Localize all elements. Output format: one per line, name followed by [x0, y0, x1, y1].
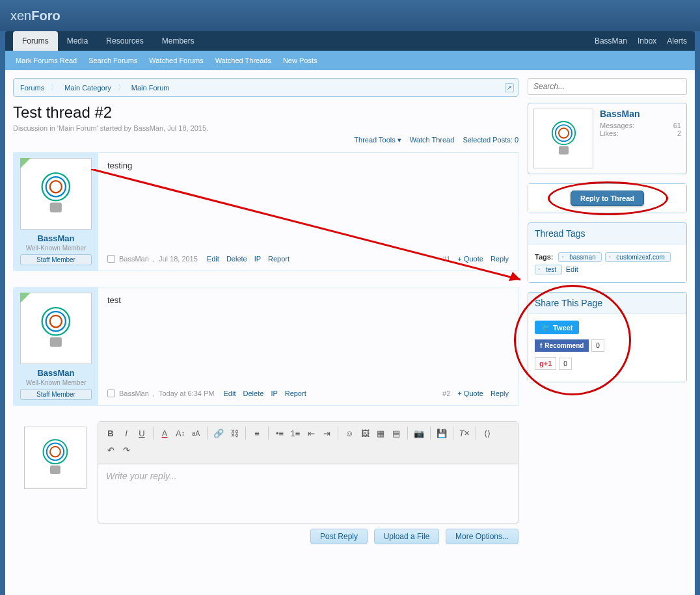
nav-tab-resources[interactable]: Resources	[97, 31, 152, 51]
post-ip[interactable]: IP	[254, 255, 261, 263]
reply-editor: B I U A A↕ aA 🔗 ⛓ ≡	[13, 421, 518, 544]
svg-point-1	[46, 177, 66, 196]
post-username[interactable]: BassMan	[19, 368, 93, 378]
code-icon[interactable]: ⟨⟩	[480, 426, 494, 440]
post-edit[interactable]: Edit	[224, 390, 236, 397]
nav-user[interactable]: BassMan	[595, 36, 627, 46]
avatar[interactable]	[20, 158, 92, 230]
crumb-forum[interactable]: Main Forum	[131, 84, 170, 92]
selected-posts[interactable]: Selected Posts: 0	[463, 136, 518, 144]
search-input[interactable]	[528, 78, 687, 95]
post-author-link[interactable]: BassMan	[119, 255, 149, 263]
post-delete[interactable]: Delete	[226, 255, 247, 263]
crumb-sep-icon: 〉	[51, 83, 58, 92]
svg-point-16	[558, 128, 568, 138]
tag-item[interactable]: test	[535, 265, 562, 274]
post-date[interactable]: Jul 18, 2015	[159, 255, 198, 263]
indent-icon[interactable]: ⇥	[319, 426, 334, 440]
tag-item[interactable]: bassman	[558, 252, 602, 262]
media-icon[interactable]: ▦	[373, 426, 388, 440]
outdent-icon[interactable]: ⇤	[304, 426, 318, 440]
subnav-watched-forums[interactable]: Watched Forums	[149, 57, 203, 64]
svg-rect-11	[50, 466, 61, 474]
post-quote[interactable]: + Quote	[457, 390, 483, 397]
nav-tab-forums[interactable]: Forums	[13, 31, 58, 51]
undo-icon[interactable]: ↶	[103, 443, 118, 457]
post-select-checkbox[interactable]	[107, 255, 115, 263]
smilie-icon[interactable]: ☺	[342, 426, 357, 440]
post-quote[interactable]: + Quote	[457, 255, 483, 263]
crumb-category[interactable]: Main Category	[64, 84, 111, 92]
nav-alerts[interactable]: Alerts	[667, 36, 687, 46]
desc-forum-link[interactable]: Main Forum	[59, 124, 97, 132]
popout-icon[interactable]: ↗	[505, 83, 514, 92]
list-ul-icon[interactable]: •≡	[273, 426, 287, 440]
post-reply[interactable]: Reply	[491, 255, 509, 263]
staff-banner: Staff Member	[20, 389, 92, 400]
italic-icon[interactable]: I	[119, 426, 133, 440]
breadcrumb: Forums 〉 Main Category 〉 Main Forum ↗	[13, 78, 518, 97]
align-icon[interactable]: ≡	[250, 426, 264, 440]
post: BassMan Well-Known Member Staff Member t…	[13, 152, 518, 271]
user-block: BassMan Well-Known Member Staff Member	[14, 153, 98, 271]
gplus-button[interactable]: g+1	[535, 357, 556, 370]
nav-tab-members[interactable]: Members	[153, 31, 204, 51]
thread-desc: Discussion in 'Main Forum' started by Ba…	[13, 124, 518, 132]
visitor-avatar[interactable]	[533, 109, 593, 168]
post-number[interactable]: #2	[442, 390, 450, 397]
editor-textarea[interactable]: Write your reply...	[98, 464, 518, 523]
subnav-new-posts[interactable]: New Posts	[283, 57, 317, 64]
subnav-search[interactable]: Search Forums	[88, 57, 137, 64]
remove-format-icon[interactable]: T✕	[457, 426, 472, 440]
tags-edit-link[interactable]: Edit	[566, 265, 578, 273]
upload-file-button[interactable]: Upload a File	[374, 529, 440, 544]
editor-avatar[interactable]	[24, 427, 87, 489]
visitor-panel: BassMan Messages:61 Likes:2	[528, 103, 687, 174]
unlink-icon[interactable]: ⛓	[227, 426, 241, 440]
post-date[interactable]: Today at 6:34 PM	[159, 390, 215, 397]
watch-thread[interactable]: Watch Thread	[410, 136, 454, 144]
post-select-checkbox[interactable]	[107, 390, 115, 397]
visitor-name[interactable]: BassMan	[600, 109, 681, 119]
logo[interactable]: xenForo	[10, 8, 61, 23]
post-reply[interactable]: Reply	[491, 390, 509, 397]
tweet-button[interactable]: 🐦Tweet	[535, 321, 579, 334]
redo-icon[interactable]: ↷	[119, 443, 133, 457]
thread-tools-menu[interactable]: Thread Tools ▾	[347, 136, 401, 144]
post-delete[interactable]: Delete	[243, 390, 264, 397]
font-size-icon[interactable]: A↕	[173, 426, 187, 440]
bold-icon[interactable]: B	[103, 426, 118, 440]
fb-recommend-button[interactable]: fRecommend	[535, 339, 589, 352]
insert-icon[interactable]: ▤	[389, 426, 403, 440]
list-ol-icon[interactable]: 1≡	[288, 426, 303, 440]
post-reply-button[interactable]: Post Reply	[310, 529, 368, 544]
post-username[interactable]: BassMan	[19, 233, 93, 243]
avatar[interactable]	[20, 293, 92, 364]
post-number[interactable]: #1	[442, 255, 450, 263]
subnav-mark-read[interactable]: Mark Forums Read	[16, 57, 77, 64]
post-author-link[interactable]: BassMan	[119, 390, 149, 397]
font-family-icon[interactable]: aA	[189, 426, 203, 440]
reply-to-thread-button[interactable]: Reply to Thread	[571, 191, 644, 206]
text-color-icon[interactable]: A	[157, 426, 172, 440]
desc-user-link[interactable]: BassMan	[133, 124, 163, 132]
editor-toolbar: B I U A A↕ aA 🔗 ⛓ ≡	[98, 422, 518, 464]
camera-icon[interactable]: 📷	[412, 426, 426, 440]
post-report[interactable]: Report	[268, 255, 289, 263]
post-report[interactable]: Report	[285, 390, 306, 397]
svg-point-6	[50, 315, 62, 327]
subnav-watched-threads[interactable]: Watched Threads	[215, 57, 271, 64]
post-edit[interactable]: Edit	[207, 255, 219, 263]
tag-item[interactable]: customizexf.com	[605, 252, 670, 262]
facebook-icon: f	[540, 342, 542, 349]
image-icon[interactable]: 🖼	[358, 426, 372, 440]
save-icon[interactable]: 💾	[435, 426, 449, 440]
crumb-forums[interactable]: Forums	[20, 84, 44, 92]
more-options-button[interactable]: More Options...	[446, 529, 518, 544]
nav-tab-media[interactable]: Media	[58, 31, 98, 51]
link-icon[interactable]: 🔗	[211, 426, 226, 440]
underline-icon[interactable]: U	[135, 426, 149, 440]
post-ip[interactable]: IP	[271, 390, 277, 397]
nav-inbox[interactable]: Inbox	[638, 36, 656, 46]
svg-point-2	[50, 181, 62, 192]
